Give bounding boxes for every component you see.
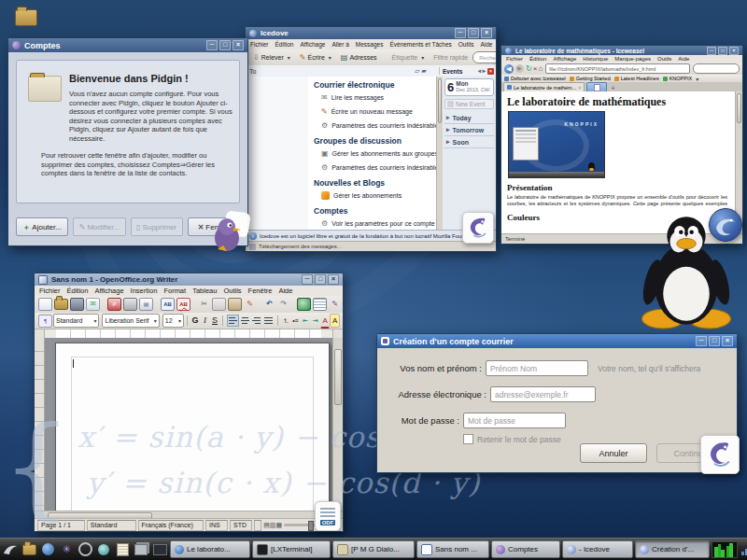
list-item[interactable]: ⚙Voir les paramètres pour ce compte bbox=[321, 219, 431, 228]
document-page[interactable] bbox=[55, 343, 330, 511]
minimize-icon[interactable]: ─ bbox=[302, 274, 313, 285]
menu-affichage[interactable]: Affichage bbox=[94, 287, 123, 295]
highlight-color-icon[interactable]: A bbox=[330, 314, 340, 328]
menu-marque-pages[interactable]: Marque-pages bbox=[614, 56, 651, 62]
status-insert-mode[interactable]: INS bbox=[205, 520, 228, 531]
page-preview-icon[interactable]: ▤ bbox=[139, 298, 153, 311]
back-icon[interactable]: ◀ bbox=[504, 64, 514, 74]
minimize-icon[interactable]: ─ bbox=[696, 336, 707, 346]
calendar-nav-icons[interactable]: ◂ ▸ bbox=[478, 67, 486, 75]
tag-button[interactable]: Étiquette▾ bbox=[388, 52, 430, 63]
minimize-icon[interactable]: ─ bbox=[206, 40, 218, 50]
icedove-titlebar[interactable]: Icedove ─ □ × bbox=[246, 27, 496, 39]
menu-fenetre[interactable]: Fenêtre bbox=[248, 287, 273, 295]
menu-insertion[interactable]: Insertion bbox=[131, 287, 158, 295]
quick-filter-button[interactable]: Filtre rapide bbox=[429, 52, 472, 63]
paste-icon[interactable] bbox=[228, 298, 242, 311]
search-input[interactable] bbox=[472, 51, 496, 63]
remember-checkbox[interactable] bbox=[463, 434, 473, 444]
cancel-button[interactable]: Annuler bbox=[580, 443, 647, 463]
notes-app-icon[interactable] bbox=[114, 541, 131, 558]
format-paintbrush-icon[interactable]: ✎ bbox=[244, 299, 256, 310]
italic-button[interactable]: I bbox=[200, 314, 210, 328]
maximize-icon[interactable]: □ bbox=[315, 274, 326, 285]
menu-format[interactable]: Format bbox=[163, 287, 186, 295]
file-manager-icon[interactable] bbox=[21, 541, 37, 558]
modify-account-button[interactable]: ✎Modifier... bbox=[73, 217, 125, 236]
menu-affichage[interactable]: Affichage bbox=[553, 56, 576, 62]
menu-outils[interactable]: Outils bbox=[223, 287, 241, 295]
paragraph-style-combo[interactable]: Standard▾ bbox=[53, 314, 99, 328]
task-le-laboratoire[interactable]: Le laborato... bbox=[170, 540, 250, 558]
menu-aide[interactable]: Aide bbox=[480, 41, 492, 48]
undo-icon[interactable]: ↶ bbox=[263, 299, 275, 310]
list-item[interactable]: ⚙Paramètres des courriers indésirables bbox=[321, 121, 431, 130]
align-right-icon[interactable] bbox=[251, 315, 261, 326]
list-item[interactable]: Gérer les abonnements bbox=[321, 191, 431, 200]
increase-indent-icon[interactable]: ⇥ bbox=[310, 314, 320, 328]
forward-icon[interactable]: ▶ bbox=[515, 64, 524, 73]
email-field[interactable] bbox=[490, 386, 596, 402]
graphics-app-icon[interactable]: ✳ bbox=[58, 541, 75, 558]
menu-edition[interactable]: Édition bbox=[275, 41, 294, 48]
web-search-input[interactable] bbox=[693, 63, 740, 74]
dialog-titlebar[interactable]: Création d'un compte courrier ─ □ × bbox=[377, 334, 737, 348]
bookmark-item[interactable]: KNOPPIX▾ bbox=[663, 76, 698, 82]
window-switcher-icon[interactable] bbox=[133, 541, 149, 558]
calendar-group-soon[interactable]: ▸Soon bbox=[444, 136, 494, 148]
menu-outils[interactable]: Outils bbox=[657, 56, 671, 62]
tab-close-icon[interactable]: × bbox=[578, 85, 581, 91]
close-icon[interactable]: × bbox=[722, 336, 733, 346]
spellcheck-icon[interactable]: AB bbox=[161, 298, 175, 311]
justify-icon[interactable] bbox=[263, 315, 274, 326]
open-icon[interactable] bbox=[54, 299, 68, 310]
calendar-group-today[interactable]: ▸Today bbox=[444, 112, 494, 124]
align-left-icon[interactable] bbox=[227, 315, 239, 327]
font-color-icon[interactable]: A bbox=[320, 314, 331, 329]
menu-outils[interactable]: Outils bbox=[458, 41, 474, 48]
close-icon[interactable]: × bbox=[729, 47, 739, 55]
menu-aller-a[interactable]: Aller à bbox=[331, 41, 348, 48]
calendar-close-icon[interactable]: × bbox=[487, 68, 494, 75]
scroll-thumb[interactable] bbox=[334, 349, 342, 405]
browser-titlebar[interactable]: Le laboratoire de mathématiques - Icewea… bbox=[501, 46, 742, 55]
vertical-ruler[interactable] bbox=[35, 338, 45, 511]
align-center-icon[interactable] bbox=[241, 315, 249, 326]
bold-button[interactable]: G bbox=[190, 314, 201, 328]
task-creation-compte[interactable]: Création d'... bbox=[635, 540, 710, 558]
close-icon[interactable]: × bbox=[233, 40, 244, 50]
list-item[interactable]: ✉Lire les messages bbox=[321, 93, 431, 102]
font-name-combo[interactable]: Liberation Serif▾ bbox=[102, 314, 159, 328]
calendar-date-widget[interactable]: 6 Mon Dec 2013, CW: 49 bbox=[444, 78, 494, 96]
menu-edition[interactable]: Édition bbox=[67, 287, 89, 295]
tab-labo-math[interactable]: Le laboratoire de mathém... × bbox=[503, 82, 585, 91]
pidgin-titlebar[interactable]: Comptes ─ □ × bbox=[8, 38, 247, 52]
get-mail-button[interactable]: ⇩Relever▾ bbox=[248, 51, 295, 63]
menu-affichage[interactable]: Affichage bbox=[300, 41, 325, 48]
maximize-icon[interactable]: □ bbox=[468, 28, 479, 38]
bookmark-item[interactable]: Latest Headlines bbox=[614, 76, 659, 81]
bullet-list-icon[interactable]: •≡ bbox=[290, 314, 301, 328]
new-tab-button[interactable]: + bbox=[609, 85, 616, 91]
writer-titlebar[interactable]: Sans nom 1 - OpenOffice.org Writer ─ □ × bbox=[35, 273, 343, 286]
delete-account-button[interactable]: ▯Supprimer bbox=[131, 217, 183, 236]
network-globe-icon[interactable] bbox=[95, 541, 112, 558]
menu-fichier[interactable]: Fichier bbox=[250, 41, 269, 48]
menu-edition[interactable]: Édition bbox=[529, 56, 546, 62]
new-event-button[interactable]: New Event bbox=[444, 99, 494, 109]
name-field[interactable] bbox=[486, 360, 588, 376]
maximize-icon[interactable]: □ bbox=[709, 336, 720, 346]
minimize-icon[interactable]: ─ bbox=[455, 28, 466, 38]
cut-icon[interactable]: ✂ bbox=[198, 299, 210, 310]
font-size-combo[interactable]: 12▾ bbox=[162, 314, 184, 328]
url-field[interactable] bbox=[545, 63, 690, 74]
desktop-folder-icon[interactable] bbox=[15, 9, 37, 26]
password-field[interactable] bbox=[463, 413, 566, 428]
pane-nav-icons[interactable]: ▱ ▰ bbox=[415, 67, 427, 75]
address-book-button[interactable]: ▤Adresses bbox=[336, 51, 382, 63]
add-account-button[interactable]: ＋Ajouter... bbox=[16, 217, 68, 236]
bookmark-item[interactable]: Débuter avec Iceweasel bbox=[504, 76, 566, 81]
list-item[interactable]: ✎Écrire un nouveau message bbox=[321, 107, 431, 116]
icedove-scrollbar[interactable] bbox=[436, 77, 443, 231]
redo-icon[interactable]: ↷ bbox=[277, 299, 289, 310]
